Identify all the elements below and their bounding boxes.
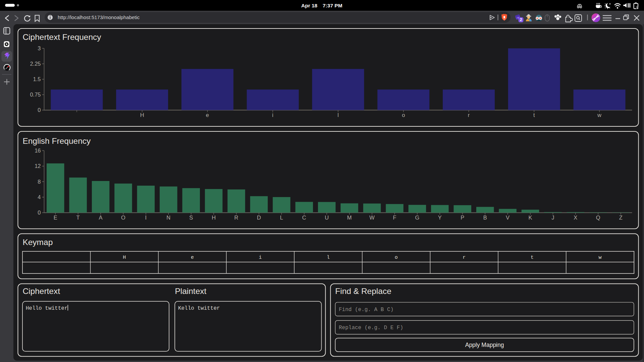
svg-text:Apr 18: Apr 18 — [301, 3, 318, 8]
svg-text:7:37 PM: 7:37 PM — [323, 3, 342, 8]
svg-text:2: 2 — [520, 17, 522, 22]
svg-text:http://localhost:5173/monoalph: http://localhost:5173/monoalphabetic — [58, 14, 140, 20]
